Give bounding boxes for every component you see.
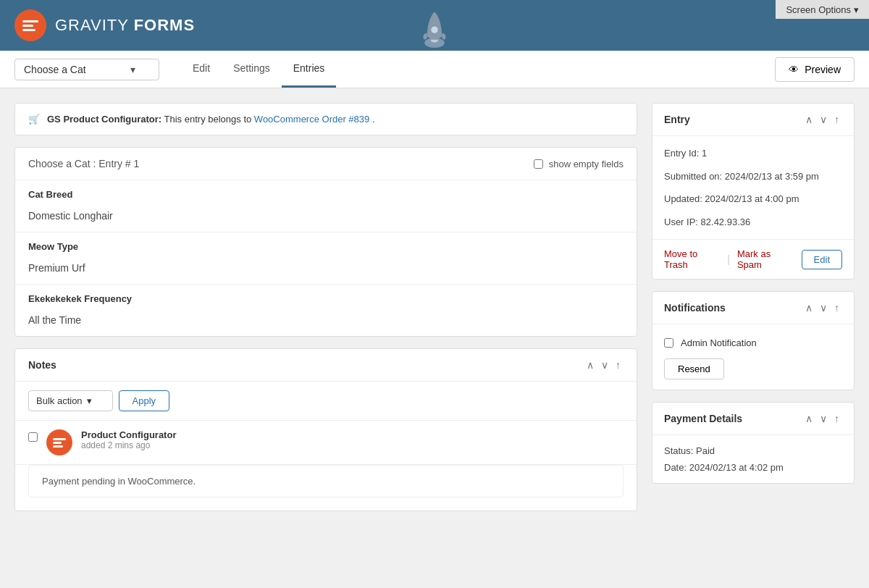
right-panel: Entry ∧ ∨ ↑ Entry Id: 1 Submitted on: 20… <box>652 103 855 511</box>
svg-rect-1 <box>22 25 33 27</box>
notifications-collapse: ∧ ∨ ↑ <box>802 301 842 315</box>
eye-icon: 👁 <box>789 64 799 75</box>
nav-settings[interactable]: Settings <box>222 51 282 88</box>
notification-row: Admin Notification <box>664 335 842 351</box>
notes-header: Notes ∧ ∨ ↑ <box>15 349 637 382</box>
notifications-up[interactable]: ∧ <box>802 301 815 315</box>
nav-edit[interactable]: Edit <box>181 51 222 88</box>
show-empty-fields-toggle: show empty fields <box>534 159 624 169</box>
preview-label: Preview <box>805 64 841 75</box>
notes-collapse-controls: ∧ ∨ ↑ <box>584 358 624 372</box>
entry-form-header: Choose a Cat : Entry # 1 show empty fiel… <box>15 148 637 180</box>
payment-status: Status: Paid <box>664 445 842 456</box>
note-text-wrapper: Payment pending in WooCommerce. <box>15 465 637 511</box>
field-meow-type: Meow Type Premium Urf <box>15 232 637 285</box>
entry-form-title: Choose a Cat : Entry # 1 <box>28 158 139 169</box>
payment-down[interactable]: ∨ <box>817 411 830 426</box>
entry-updated: Updated: 2024/02/13 at 4:00 pm <box>664 192 842 206</box>
note-time: added 2 mins ago <box>81 440 624 450</box>
bulk-action-label: Bulk action <box>36 395 83 406</box>
form-select-label: Choose a Cat <box>24 64 86 75</box>
entry-info-bar: 🛒 GS Product Configurator: This entry be… <box>14 103 637 135</box>
entry-meta-header: Entry ∧ ∨ ↑ <box>652 104 854 136</box>
resend-button[interactable]: Resend <box>664 358 724 379</box>
payment-collapse: ∧ ∨ ↑ <box>802 411 842 426</box>
show-empty-fields-label: show empty fields <box>549 159 624 169</box>
note-avatar <box>46 429 72 455</box>
notifications-header: Notifications ∧ ∨ ↑ <box>652 292 854 324</box>
apply-button[interactable]: Apply <box>119 390 170 411</box>
show-empty-fields-checkbox[interactable] <box>534 159 543 169</box>
cat-breed-value: Domestic Longhair <box>15 204 637 232</box>
notes-title: Notes <box>28 359 56 371</box>
nav-links: Edit Settings Entries <box>181 51 336 88</box>
meow-type-value: Premium Urf <box>15 256 637 284</box>
logo-plain: GRAVITY <box>55 16 134 34</box>
entry-info-suffix: . <box>372 114 375 125</box>
note-text: Payment pending in WooCommerce. <box>28 465 624 497</box>
entry-ip: User IP: 82.42.93.36 <box>664 215 842 230</box>
ekekekekek-label: Ekekekekek Frequency <box>15 285 637 308</box>
entry-meta-title: Entry <box>664 114 690 125</box>
logo: GRAVITY FORMS <box>14 9 195 41</box>
entry-edit-button[interactable]: Edit <box>802 250 842 269</box>
payment-details-card: Payment Details ∧ ∨ ↑ Status: Paid Date:… <box>652 402 855 484</box>
move-to-trash-link[interactable]: Move to Trash <box>664 248 720 270</box>
admin-notification-label: Admin Notification <box>681 337 757 348</box>
main-content: 🛒 GS Product Configurator: This entry be… <box>0 88 869 526</box>
notifications-card: Notifications ∧ ∨ ↑ Admin Notification R… <box>652 291 855 390</box>
separator: | <box>727 253 730 265</box>
nav-entries[interactable]: Entries <box>282 51 337 88</box>
form-select[interactable]: Choose a Cat ▾ <box>14 59 159 80</box>
entry-meta-expand[interactable]: ↑ <box>831 112 842 127</box>
svg-rect-6 <box>53 442 62 444</box>
payment-up[interactable]: ∧ <box>802 411 815 426</box>
notes-collapse-expand[interactable]: ↑ <box>613 358 624 372</box>
nav-bar: Choose a Cat ▾ Edit Settings Entries 👁 P… <box>0 51 869 88</box>
woocommerce-order-link[interactable]: WooCommerce Order #839 <box>254 114 369 125</box>
preview-button[interactable]: 👁 Preview <box>775 57 855 82</box>
svg-rect-0 <box>22 20 38 22</box>
entry-meta-body: Entry Id: 1 Submitted on: 2024/02/13 at … <box>652 136 854 239</box>
entry-info-text: GS Product Configurator: This entry belo… <box>47 114 375 125</box>
notes-collapse-up[interactable]: ∧ <box>584 358 597 372</box>
notes-card: Notes ∧ ∨ ↑ Bulk action ▾ Apply <box>14 348 637 511</box>
entry-meta-footer: Move to Trash | Mark as Spam Edit <box>652 239 854 279</box>
svg-rect-5 <box>53 438 66 440</box>
logo-icon <box>14 9 46 41</box>
note-checkbox[interactable] <box>28 432 38 442</box>
header: GRAVITY FORMS Screen Options ▾ <box>0 0 869 51</box>
payment-details-header: Payment Details ∧ ∨ ↑ <box>652 403 854 435</box>
entry-info-prefix: GS Product Configurator: <box>47 114 161 125</box>
ekekekekek-value: All the Time <box>15 308 637 336</box>
notifications-down[interactable]: ∨ <box>817 301 830 315</box>
payment-expand[interactable]: ↑ <box>831 411 842 426</box>
cart-icon: 🛒 <box>28 114 40 125</box>
svg-point-4 <box>431 26 438 33</box>
rocket-decoration <box>413 9 456 54</box>
screen-options-arrow: ▾ <box>854 4 859 15</box>
field-ekekekekek: Ekekekekek Frequency All the Time <box>15 285 637 336</box>
cat-breed-label: Cat Breed <box>15 180 637 204</box>
notifications-body: Admin Notification Resend <box>652 324 854 390</box>
entry-form-card: Choose a Cat : Entry # 1 show empty fiel… <box>14 147 637 337</box>
svg-rect-7 <box>53 445 63 448</box>
entry-meta-down[interactable]: ∨ <box>817 112 830 127</box>
logo-text: GRAVITY FORMS <box>55 16 195 35</box>
screen-options-label: Screen Options <box>786 4 851 15</box>
entry-id: Entry Id: 1 <box>664 146 842 161</box>
notifications-expand[interactable]: ↑ <box>831 301 842 315</box>
bulk-action-select[interactable]: Bulk action ▾ <box>28 390 113 411</box>
mark-as-spam-link[interactable]: Mark as Spam <box>737 248 794 270</box>
logo-bold: FORMS <box>134 16 195 34</box>
entry-meta-card: Entry ∧ ∨ ↑ Entry Id: 1 Submitted on: 20… <box>652 103 855 280</box>
svg-rect-2 <box>22 29 35 31</box>
admin-notification-checkbox[interactable] <box>664 338 673 348</box>
notes-actions: Bulk action ▾ Apply <box>15 382 637 421</box>
entry-meta-collapse: ∧ ∨ ↑ <box>802 112 842 127</box>
notes-collapse-down[interactable]: ∨ <box>598 358 611 372</box>
screen-options-button[interactable]: Screen Options ▾ <box>776 0 869 19</box>
left-panel: 🛒 GS Product Configurator: This entry be… <box>14 103 637 511</box>
entry-meta-up[interactable]: ∧ <box>802 112 815 127</box>
note-author: Product Configurator <box>81 429 624 440</box>
